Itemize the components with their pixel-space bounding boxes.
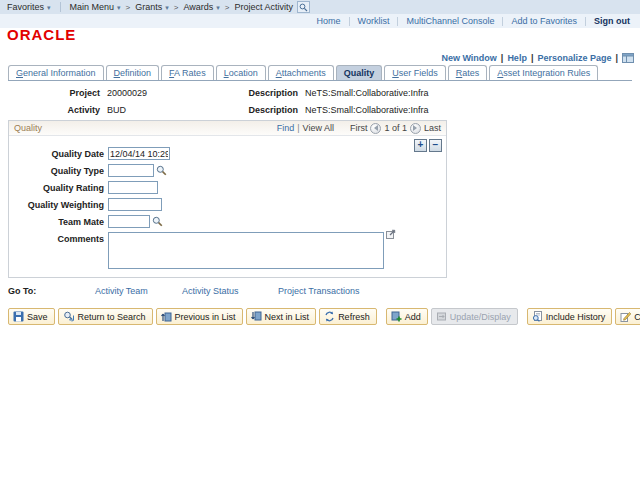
correct-history-icon: [620, 311, 631, 322]
include-history-button[interactable]: Include History: [527, 308, 613, 325]
breadcrumb-search-icon[interactable]: [297, 1, 310, 13]
tab-user-fields[interactable]: User Fields: [384, 65, 446, 80]
breadcrumb-label: Grants: [135, 2, 162, 12]
return-to-search-button[interactable]: Return to Search: [58, 308, 153, 325]
last-label: Last: [424, 123, 441, 133]
description-label: Description: [248, 88, 298, 98]
button-label: Return to Search: [78, 312, 146, 322]
tab-fa-rates[interactable]: FA Rates: [161, 65, 214, 80]
add-to-favorites-link[interactable]: Add to Favorites: [511, 16, 577, 26]
quality-groupbox-body: + − Quality Date Quality Type Quality Ra…: [9, 136, 446, 277]
favorites-menu[interactable]: Favorites ▾: [7, 2, 51, 12]
add-button[interactable]: Add: [386, 308, 428, 325]
expand-comments-icon[interactable]: [386, 229, 396, 239]
home-link[interactable]: Home: [317, 16, 341, 26]
include-history-icon: [532, 311, 543, 322]
breadcrumb-item-awards[interactable]: Awards ▾: [183, 2, 219, 12]
add-row-button[interactable]: +: [414, 139, 427, 152]
activity-value: BUD: [107, 105, 248, 115]
new-window-link[interactable]: New Window: [441, 53, 496, 63]
save-button[interactable]: Save: [8, 308, 55, 325]
groupbox-title: Quality: [14, 123, 42, 133]
quality-rating-input[interactable]: [108, 181, 158, 194]
button-label: Refresh: [338, 312, 370, 322]
previous-in-list-icon: [161, 311, 172, 322]
utility-bar: Home Worklist MultiChannel Console Add t…: [0, 14, 640, 28]
page-action-links: New Window | Help | Personalize Page |: [441, 53, 634, 63]
quality-rating-row: Quality Rating: [9, 181, 446, 194]
update-display-icon: [436, 311, 447, 322]
personalize-page-link[interactable]: Personalize Page: [537, 53, 611, 63]
record-header: Project 20000029 Description NeTS:Small:…: [8, 88, 429, 122]
team-mate-lookup-icon[interactable]: [152, 216, 163, 227]
multichannel-console-link[interactable]: MultiChannel Console: [406, 16, 494, 26]
breadcrumb-label: Awards: [183, 2, 213, 12]
chevron-down-icon: ▾: [47, 4, 51, 11]
tab-location[interactable]: Location: [216, 65, 266, 80]
button-label: Update/Display: [450, 312, 511, 322]
next-in-list-icon: [251, 311, 262, 322]
left-arrow-icon: [374, 125, 378, 131]
next-in-list-button[interactable]: Next in List: [246, 308, 317, 325]
help-link[interactable]: Help: [507, 53, 527, 63]
nav-separator: |: [297, 123, 299, 133]
quality-type-row: Quality Type: [9, 164, 446, 177]
page-links-separator: |: [615, 53, 618, 63]
quality-type-lookup-icon[interactable]: [156, 165, 167, 176]
activity-row: Activity BUD Description NeTS:Small:Coll…: [8, 105, 429, 115]
project-transactions-link[interactable]: Project Transactions: [278, 286, 360, 296]
tab-definition[interactable]: Definition: [106, 65, 160, 80]
tab-attachments[interactable]: Attachments: [268, 65, 334, 80]
page-toolbar: Save Return to Search Previous in List N…: [8, 308, 640, 325]
page-links-separator: |: [501, 53, 504, 63]
right-arrow-icon: [413, 125, 417, 131]
activity-status-link[interactable]: Activity Status: [182, 286, 239, 296]
project-label: Project: [8, 88, 100, 98]
delete-row-button[interactable]: −: [429, 139, 442, 152]
main-menu[interactable]: Main Menu ▾: [70, 2, 121, 12]
sign-out-link[interactable]: Sign out: [594, 16, 630, 26]
quality-weighting-input[interactable]: [108, 198, 162, 211]
utility-separator: [397, 17, 398, 26]
worklist-link[interactable]: Worklist: [358, 16, 390, 26]
refresh-button[interactable]: Refresh: [319, 308, 377, 325]
comments-textarea[interactable]: [108, 232, 384, 269]
button-label: Previous in List: [175, 312, 236, 322]
breadcrumb-separator: >: [225, 3, 230, 12]
quality-date-input[interactable]: [108, 147, 170, 160]
tab-asset-integration-rules[interactable]: Asset Integration Rules: [489, 65, 598, 80]
peoplesoft-page: { "chrome": { "breadcrumb": { "favorites…: [0, 0, 640, 480]
quality-type-input[interactable]: [108, 164, 154, 177]
oracle-logo: ORACLE: [7, 26, 76, 43]
breadcrumb-item-grants[interactable]: Grants ▾: [135, 2, 169, 12]
comments-row: Comments: [9, 232, 446, 269]
first-label: First: [350, 123, 368, 133]
project-row: Project 20000029 Description NeTS:Small:…: [8, 88, 429, 98]
breadcrumb: Favorites ▾ Main Menu ▾ > Grants ▾ > Awa…: [0, 0, 640, 14]
breadcrumb-separator: >: [126, 3, 131, 12]
tab-general-information[interactable]: General Information: [8, 65, 104, 80]
view-all-link[interactable]: View All: [303, 123, 334, 133]
quality-weighting-label: Quality Weighting: [9, 200, 104, 210]
goto-label: Go To:: [8, 286, 36, 296]
previous-in-list-button[interactable]: Previous in List: [156, 308, 243, 325]
breadcrumb-separator: >: [174, 3, 179, 12]
row-position: 1 of 1: [384, 123, 407, 133]
goto-section: Go To: Activity Team Activity Status Pro…: [8, 286, 448, 298]
main-menu-label: Main Menu: [70, 2, 115, 12]
project-description-value: NeTS:Small:Collaborative:Infra: [305, 88, 429, 98]
button-label: Correct History: [634, 312, 640, 322]
personalize-layout-icon[interactable]: [622, 53, 634, 63]
tab-rates[interactable]: Rates: [448, 65, 488, 80]
team-mate-row: Team Mate: [9, 215, 446, 228]
previous-row-button[interactable]: [370, 123, 381, 134]
tab-quality[interactable]: Quality: [336, 65, 383, 80]
next-row-button[interactable]: [410, 123, 421, 134]
quality-date-label: Quality Date: [9, 149, 104, 159]
refresh-icon: [324, 311, 335, 322]
team-mate-input[interactable]: [108, 215, 150, 228]
correct-history-button[interactable]: Correct History: [615, 308, 640, 325]
activity-team-link[interactable]: Activity Team: [95, 286, 148, 296]
find-link[interactable]: Find: [277, 123, 295, 133]
project-value: 20000029: [107, 88, 248, 98]
